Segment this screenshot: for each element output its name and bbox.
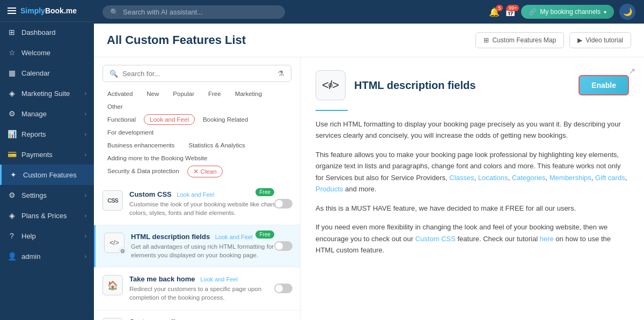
booking-channels-button[interactable]: 🔗 My booking channels ▾ — [521, 5, 614, 19]
feature-name-custom-email: Custom email Look and Feel — [129, 318, 291, 320]
sidebar-item-label: Reports — [21, 130, 46, 138]
dashboard-icon: ⊞ — [8, 28, 16, 36]
filter-other[interactable]: Other — [101, 101, 129, 112]
toggle-switch[interactable] — [274, 241, 292, 251]
link-locations[interactable]: Locations — [478, 174, 508, 182]
feature-list: CSS Custom CSS Look and Feel Customise t… — [94, 183, 300, 320]
feature-card-take-me-back[interactable]: 🏠 Take me back home Look and Feel Redire… — [94, 267, 300, 310]
custom-features-map-button[interactable]: ⊞ Custom Features Map — [475, 32, 564, 48]
calendar-button[interactable]: 📅 99+ — [505, 7, 516, 17]
sidebar-item-label: admin — [21, 252, 40, 261]
filter-marketing[interactable]: Marketing — [229, 88, 268, 99]
feature-search-input[interactable] — [122, 70, 273, 78]
sidebar-item-label: Plans & Prices — [21, 212, 67, 220]
feature-card-custom-email[interactable]: ✉ Custom email Look and Feel Easily make… — [94, 310, 300, 320]
detail-para-3: As this is a MUST HAVE feature, we have … — [316, 203, 629, 214]
notification-button[interactable]: 🔔 5 — [489, 7, 500, 17]
sidebar-item-dashboard[interactable]: ⊞ Dashboard — [0, 22, 94, 42]
admin-icon: 👤 — [8, 252, 16, 261]
sidebar-item-help[interactable]: ? Help › — [0, 226, 94, 246]
feature-badge-free-html: Free — [255, 230, 274, 239]
filter-tabs: Activated New Popular Free Marketing Oth… — [94, 86, 300, 183]
filter-icon[interactable]: ⚗ — [277, 69, 284, 78]
filter-security[interactable]: Security & Data protection — [101, 166, 185, 177]
chevron-icon: › — [85, 254, 86, 259]
link-classes[interactable]: Classes — [449, 174, 474, 182]
filter-adding-more[interactable]: Adding more to the Booking Website — [101, 153, 213, 163]
link-products[interactable]: Products — [316, 185, 343, 193]
detail-para-4: If you need even more flexibility in cha… — [316, 221, 629, 256]
link-custom-css[interactable]: Custom CSS — [415, 235, 456, 243]
custom-features-icon: ✦ — [9, 170, 18, 179]
sidebar-item-label: Manage — [21, 110, 47, 118]
detail-body: Use rich HTML formatting to display your… — [316, 118, 629, 256]
chevron-icon: › — [85, 131, 86, 137]
main-area: 🔍 🔔 5 📅 99+ 🔗 My booking channels ▾ 🌙 Al… — [94, 0, 644, 320]
filter-new[interactable]: New — [141, 88, 165, 99]
feature-toggle-custom-css[interactable] — [274, 199, 292, 209]
filter-popular[interactable]: Popular — [167, 88, 200, 99]
filter-business[interactable]: Business enhancements — [101, 140, 180, 151]
toggle-switch[interactable] — [274, 199, 292, 209]
search-icon: 🔍 — [109, 70, 118, 78]
dark-mode-toggle[interactable]: 🌙 — [619, 4, 635, 20]
feature-toggle-take-me-back[interactable] — [274, 284, 292, 293]
filter-clean[interactable]: ✕Clean — [187, 166, 223, 177]
take-me-back-icon: 🏠 — [103, 275, 123, 295]
sidebar-item-manage[interactable]: ⚙ Manage › — [0, 103, 94, 124]
search-input[interactable] — [123, 8, 277, 16]
feature-tag-html-desc: Look and Feel — [215, 234, 253, 240]
settings-icon: ⚙ — [8, 191, 16, 199]
link-memberships[interactable]: Memberships — [550, 174, 591, 182]
chevron-icon: › — [85, 91, 86, 96]
sidebar-item-label: Custom Features — [23, 171, 77, 179]
enable-button[interactable]: Enable — [579, 75, 629, 95]
sidebar-item-settings[interactable]: ⚙ Settings › — [0, 185, 94, 205]
detail-separator — [316, 110, 348, 111]
feature-toggle-html-desc[interactable] — [274, 241, 292, 251]
chevron-icon: › — [85, 233, 86, 239]
hamburger-menu[interactable] — [8, 8, 16, 14]
filter-activated[interactable]: Activated — [101, 88, 138, 99]
feature-card-custom-css[interactable]: CSS Custom CSS Look and Feel Customise t… — [94, 183, 300, 225]
filter-statistics[interactable]: Statistics & Analytics — [182, 140, 251, 151]
sidebar-item-payments[interactable]: 💳 Payments › — [0, 144, 94, 165]
plans-icon: ◈ — [8, 211, 16, 220]
filter-row-1: Activated New Popular Free Marketing Oth… — [101, 88, 292, 112]
sidebar-item-reports[interactable]: 📊 Reports › — [0, 124, 94, 144]
sidebar-item-calendar[interactable]: ▦ Calendar — [0, 63, 94, 83]
help-icon: ? — [8, 232, 16, 240]
sidebar-item-label: Welcome — [21, 49, 50, 57]
chevron-icon: › — [85, 152, 86, 158]
content-area: All Custom Features List ⊞ Custom Featur… — [94, 24, 644, 320]
filter-functional[interactable]: Functional — [101, 114, 142, 125]
search-bar[interactable]: 🔍 — [103, 5, 285, 19]
link-icon: 🔗 — [529, 8, 537, 16]
feature-search-wrap[interactable]: 🔍 ⚗ — [103, 65, 291, 82]
booking-btn-label: My booking channels — [540, 8, 601, 16]
sidebar-item-custom-features[interactable]: ✦ Custom Features — [0, 165, 94, 185]
filter-for-development[interactable]: For development — [101, 127, 159, 138]
feature-tag-take-me-back: Look and Feel — [200, 276, 238, 282]
page-header: All Custom Features List ⊞ Custom Featur… — [94, 24, 644, 57]
feature-card-html-desc[interactable]: </> ⚙ HTML description fields Look and F… — [94, 225, 300, 267]
feature-desc-custom-css: Customise the look of your booking websi… — [129, 200, 291, 217]
sidebar-item-plans[interactable]: ◈ Plans & Prices › — [0, 205, 94, 226]
link-here[interactable]: here — [540, 235, 554, 243]
sidebar-item-marketing[interactable]: ◈ Marketing Suite › — [0, 83, 94, 103]
feature-desc-take-me-back: Redirect your customers to a specific pa… — [129, 285, 291, 302]
filter-look-and-feel[interactable]: Look and Feel — [144, 114, 195, 125]
filter-free[interactable]: Free — [202, 88, 227, 99]
video-tutorial-button[interactable]: ▶ Video tutorial — [569, 32, 631, 48]
sidebar-item-admin[interactable]: 👤 admin › — [0, 246, 94, 266]
main-body: 🔍 ⚗ Activated New Popular Free Marketing… — [94, 57, 644, 320]
filter-booking-related[interactable]: Booking Related — [197, 114, 254, 125]
detail-arrow-icon[interactable]: ↗ — [628, 66, 635, 76]
toggle-switch[interactable] — [274, 284, 292, 293]
link-gift-cards[interactable]: Gift cards — [595, 174, 625, 182]
custom-css-icon: CSS — [103, 190, 123, 211]
link-categories[interactable]: Categories — [512, 174, 546, 182]
clean-x-icon: ✕ — [193, 168, 199, 175]
sidebar-item-welcome[interactable]: ☆ Welcome — [0, 42, 94, 63]
chevron-down-icon: ▾ — [604, 9, 606, 15]
